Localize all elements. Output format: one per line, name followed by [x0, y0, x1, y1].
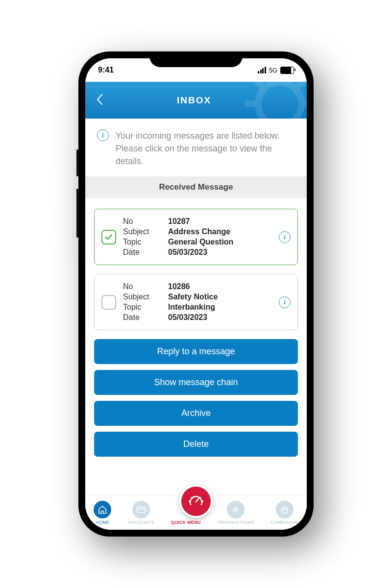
status-time: 9:41 — [98, 66, 114, 74]
chain-button[interactable]: Show message chain — [94, 370, 298, 395]
nav-label: QUICK MENU — [171, 520, 201, 525]
app-header: INBOX — [85, 82, 307, 119]
nav-label: CAMPAIGNS — [271, 520, 298, 525]
label-date: Date — [123, 248, 163, 257]
svg-rect-2 — [282, 508, 288, 513]
gear-decor-icon — [238, 82, 307, 119]
accounts-icon — [132, 501, 150, 518]
label-topic: Topic — [123, 238, 163, 246]
message-fields: No 10287 Subject Address Change Topic Ge… — [123, 217, 272, 257]
label-no: No — [123, 217, 163, 226]
nav-label: TRANSACTIONS — [218, 520, 254, 525]
value-date: 05/03/2023 — [168, 313, 272, 322]
value-no: 10286 — [168, 282, 272, 291]
nav-label: HOME — [96, 520, 109, 525]
message-info-button[interactable]: i — [279, 231, 291, 243]
delete-button[interactable]: Delete — [94, 432, 298, 457]
label-subject: Subject — [123, 227, 163, 236]
message-card[interactable]: No 10286 Subject Safety Notice Topic Int… — [94, 274, 298, 330]
svg-point-0 — [258, 82, 301, 119]
message-checkbox[interactable] — [101, 295, 116, 310]
campaigns-icon — [276, 501, 294, 518]
message-list: No 10287 Subject Address Change Topic Ge… — [85, 198, 307, 337]
value-subject: Safety Notice — [168, 293, 272, 301]
nav-label: ACCOUNTS — [128, 520, 154, 525]
home-icon — [94, 501, 111, 518]
check-icon — [105, 234, 113, 241]
nav-accounts[interactable]: ACCOUNTS — [128, 501, 154, 525]
nav-home[interactable]: HOME — [94, 501, 111, 525]
label-date: Date — [123, 313, 163, 322]
info-icon: i — [97, 129, 109, 168]
message-checkbox[interactable] — [101, 230, 116, 245]
svg-rect-1 — [137, 507, 145, 513]
value-date: 05/03/2023 — [168, 248, 272, 257]
label-subject: Subject — [123, 293, 163, 301]
notch — [149, 51, 243, 67]
phone-frame: 9:41 5G INBOX i Your incoming messages a… — [78, 51, 314, 537]
value-subject: Address Change — [168, 227, 272, 236]
reply-button[interactable]: Reply to a message — [94, 339, 298, 364]
value-topic: General Question — [168, 238, 272, 246]
value-topic: Interbanking — [168, 303, 272, 312]
speedometer-icon — [188, 493, 204, 510]
message-fields: No 10286 Subject Safety Notice Topic Int… — [123, 282, 272, 322]
label-topic: Topic — [123, 303, 163, 312]
label-no: No — [123, 282, 163, 291]
screen: 9:41 5G INBOX i Your incoming messages a… — [85, 58, 307, 530]
message-card[interactable]: No 10287 Subject Address Change Topic Ge… — [94, 209, 298, 265]
section-header: Received Message — [85, 176, 307, 198]
action-buttons: Reply to a message Show message chain Ar… — [85, 337, 307, 462]
archive-button[interactable]: Archive — [94, 401, 298, 426]
quick-menu-button[interactable] — [179, 485, 213, 518]
nav-transactions[interactable]: TRANSACTIONS — [218, 501, 254, 525]
message-info-button[interactable]: i — [279, 296, 291, 308]
nav-campaigns[interactable]: CAMPAIGNS — [271, 501, 298, 525]
bottom-nav: HOME ACCOUNTS QUICK MENU TRANSACTIONS — [85, 495, 307, 530]
value-no: 10287 — [168, 217, 272, 226]
transactions-icon — [227, 501, 245, 518]
